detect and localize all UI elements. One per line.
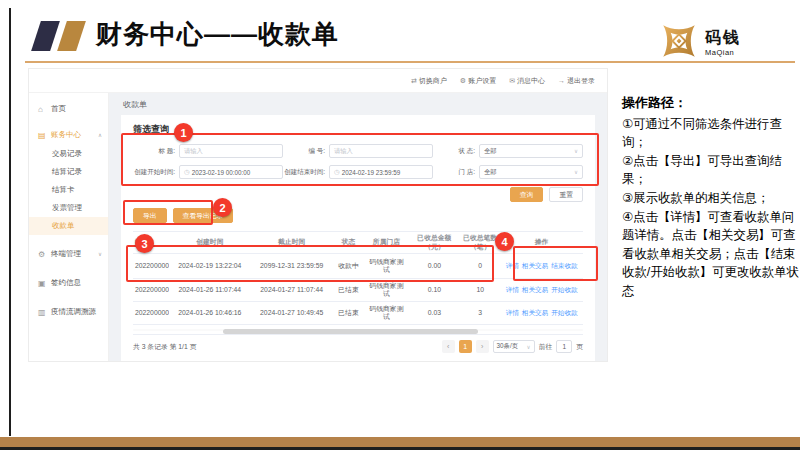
detail-link[interactable]: 详情: [506, 309, 519, 317]
epidemic-icon: ▥: [38, 308, 47, 317]
title-filter-label: 标 题:: [133, 147, 179, 156]
status-badge: 已结束: [333, 284, 365, 296]
message-icon: ✉: [509, 77, 515, 85]
next-page-button[interactable]: ›: [476, 340, 489, 353]
brand-name-en: MaQian: [705, 49, 741, 57]
clock-icon: ◷: [184, 168, 190, 176]
detail-link[interactable]: 详情: [506, 262, 519, 270]
title-parallelogram-gold: [57, 21, 86, 51]
sidebar-item-epidemic[interactable]: ▥ 疫情流调溯源: [29, 302, 108, 322]
switch-merchant-button[interactable]: ⇄ 切换商户: [411, 76, 447, 86]
slide-title: 财务中心——收款单: [96, 17, 339, 52]
pagination-bar: 共 3 条记录 第 1/1 页 ‹ 1 › 30条/页 ∨ 前往 1 页: [133, 334, 583, 357]
clock-icon: ◷: [334, 168, 340, 176]
status-filter-label: 状 态:: [433, 147, 479, 156]
switch-merchant-icon: ⇄: [411, 77, 417, 85]
instruction-line: ④点击【详情】可查看收款单问题详情。点击【相关交易】可查看收款单相关交易；点击【…: [622, 208, 799, 301]
chevron-down-icon: ∨: [574, 148, 578, 154]
related-trades-link[interactable]: 相关交易: [522, 309, 548, 317]
contract-icon: ▣: [38, 279, 47, 288]
message-center-label: 消息中心: [517, 76, 545, 86]
page-unit-label: 页: [576, 342, 583, 352]
sidebar-item-contract[interactable]: ▣ 签约信息: [29, 273, 108, 293]
account-settings-label: 账户设置: [468, 76, 496, 86]
end-time-label: 创建结束时间:: [283, 168, 329, 177]
sidebar-item-account-center[interactable]: ▤ 账务中心 ∧: [29, 125, 108, 145]
sidebar-item-settlement-card[interactable]: 结算卡: [29, 181, 108, 199]
start-collect-link[interactable]: 开始收款: [551, 286, 577, 294]
instruction-line: ①可通过不同筛选条件进行查询；: [622, 115, 799, 152]
maqian-coin-icon: [658, 20, 700, 66]
goto-page-input[interactable]: 1: [556, 340, 572, 353]
store-filter-label: 门 店:: [433, 168, 479, 177]
sidebar-item-receipt[interactable]: 收款单: [29, 217, 108, 235]
sidebar-item-transactions[interactable]: 交易记录: [29, 145, 108, 163]
account-settings-button[interactable]: ⚙ 账户设置: [460, 76, 496, 86]
switch-merchant-label: 切换商户: [419, 76, 447, 86]
title-parallelogram-navy: [31, 21, 60, 51]
bottom-accent-bar: [0, 437, 800, 447]
main-area: 收款单 筛选查询 标 题: 请输入 编 号: 请输入: [109, 93, 607, 361]
logout-button[interactable]: → 退出登录: [558, 76, 595, 86]
table-header-row: 编号 创建时间 截止时间 状态 所属门店 已收总金额（元） 已收总笔数（笔） 操…: [133, 232, 583, 254]
status-filter-select[interactable]: 全部 ∨: [479, 144, 583, 158]
filter-section-title: 筛选查询: [133, 123, 583, 136]
left-accent-line: [9, 8, 11, 436]
number-filter-label: 编 号:: [283, 147, 329, 156]
terminal-icon: ⚙: [38, 250, 47, 259]
brand-name-cn: 码钱: [705, 30, 741, 46]
scrollbar-thumb[interactable]: [223, 329, 478, 334]
instruction-line: ②点击【导出】可导出查询结果；: [622, 152, 799, 189]
account-center-icon: ▤: [38, 131, 47, 140]
instructions-title: 操作路径：: [622, 93, 799, 113]
app-topbar: ⇄ 切换商户 ⚙ 账户设置 ✉ 消息中心 → 退出登录: [29, 69, 607, 93]
status-badge: 已结束: [333, 307, 365, 319]
table-row: 202200000 2024-02-19 13:22:04 2099-12-31…: [133, 254, 583, 279]
message-center-button[interactable]: ✉ 消息中心: [509, 76, 545, 86]
home-icon: ⌂: [38, 105, 47, 114]
chevron-up-icon: ∧: [98, 132, 102, 138]
content-card: 筛选查询 标 题: 请输入 编 号: 请输入: [121, 115, 595, 361]
reset-button[interactable]: 重置: [549, 187, 583, 202]
start-collect-link[interactable]: 开始收款: [551, 309, 577, 317]
start-time-input[interactable]: ◷ 2023-02-19 00:00:00: [179, 165, 283, 179]
brand-logo: 码钱 MaQian: [658, 20, 741, 66]
store-filter-select[interactable]: 全部 ∨: [479, 165, 583, 179]
view-export-records-button[interactable]: 查看导出记录: [173, 208, 234, 223]
sidebar-item-home[interactable]: ⌂ 首页: [29, 99, 108, 119]
related-trades-link[interactable]: 相关交易: [522, 262, 548, 270]
logout-icon: →: [558, 77, 565, 84]
export-button[interactable]: 导出: [133, 208, 167, 223]
end-time-input[interactable]: ◷ 2024-02-19 23:59:59: [329, 165, 433, 179]
end-collect-link[interactable]: 结束收款: [551, 262, 577, 270]
sidebar-item-terminal[interactable]: ⚙ 终端管理 ∨: [29, 244, 108, 264]
horizontal-scrollbar[interactable]: [133, 329, 583, 331]
sidebar-item-settlements[interactable]: 结算记录: [29, 163, 108, 181]
breadcrumb: 收款单: [109, 93, 607, 115]
status-badge: 收款中: [333, 260, 365, 272]
page-size-select[interactable]: 30条/页 ∨: [493, 340, 535, 353]
number-filter-input[interactable]: 请输入: [329, 144, 433, 158]
receipt-table: 编号 创建时间 截止时间 状态 所属门店 已收总金额（元） 已收总笔数（笔） 操…: [133, 231, 583, 325]
goto-label: 前往: [539, 342, 553, 352]
chevron-down-icon: ∨: [527, 344, 531, 350]
instruction-line: ③展示收款单的相关信息；: [622, 189, 799, 208]
app-screenshot: ⇄ 切换商户 ⚙ 账户设置 ✉ 消息中心 → 退出登录 ⌂ 首页 ▤ 账务中心 …: [28, 68, 608, 362]
table-row: 202200000 2024-01-26 10:46:16 2024-01-27…: [133, 302, 583, 325]
record-count: 共 3 条记录 第 1/1 页: [133, 342, 196, 352]
current-page-button[interactable]: 1: [459, 340, 472, 353]
query-button[interactable]: 查询: [510, 187, 544, 202]
sidebar-item-invoice[interactable]: 发票管理: [29, 199, 108, 217]
chevron-down-icon: ∨: [98, 251, 102, 257]
start-time-label: 创建开始时间:: [133, 168, 179, 177]
instructions-panel: 操作路径： ①可通过不同筛选条件进行查询； ②点击【导出】可导出查询结果； ③展…: [622, 93, 799, 301]
related-trades-link[interactable]: 相关交易: [522, 286, 548, 294]
detail-link[interactable]: 详情: [506, 286, 519, 294]
chevron-down-icon: ∨: [574, 169, 578, 175]
prev-page-button[interactable]: ‹: [442, 340, 455, 353]
title-filter-input[interactable]: 请输入: [179, 144, 283, 158]
gear-icon: ⚙: [460, 77, 466, 85]
logout-label: 退出登录: [567, 76, 595, 86]
table-row: 202200000 2024-01-26 11:07:44 2024-01-27…: [133, 279, 583, 302]
sidebar: ⌂ 首页 ▤ 账务中心 ∧ 交易记录 结算记录 结算卡 发票管理 收款单: [29, 93, 109, 361]
